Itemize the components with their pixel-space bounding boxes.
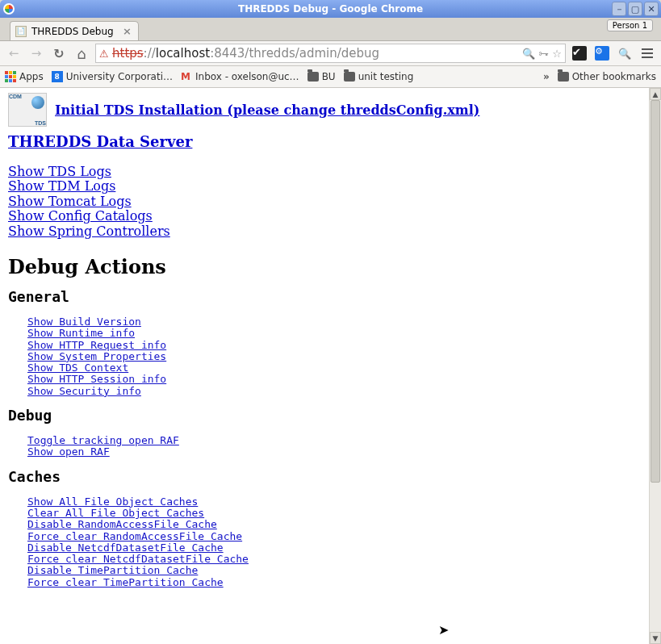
page-viewport: CDM TDS Initial TDS Installation (please… bbox=[0, 88, 661, 644]
forward-button[interactable]: → bbox=[27, 44, 45, 62]
general-link[interactable]: Show HTTP Session info bbox=[27, 374, 166, 385]
key-icon[interactable]: 🗝 bbox=[538, 48, 549, 60]
insecure-icon: ⚠ bbox=[99, 48, 111, 59]
window-minimize-button[interactable]: － bbox=[612, 2, 626, 16]
bookmark-unittesting-label: unit testing bbox=[358, 71, 414, 82]
caches-link[interactable]: Force clear RandomAccessFile Cache bbox=[27, 531, 242, 542]
reload-icon bbox=[53, 46, 64, 61]
profile-chip[interactable]: Person 1 bbox=[607, 19, 653, 31]
scroll-thumb[interactable] bbox=[651, 100, 660, 483]
url-sep: :// bbox=[144, 46, 156, 61]
general-link[interactable]: Show Build Version bbox=[27, 316, 141, 328]
scroll-up-button[interactable]: ▲ bbox=[650, 88, 661, 100]
chrome-icon bbox=[3, 3, 15, 15]
install-link[interactable]: Initial TDS Installation (please change … bbox=[55, 102, 479, 118]
window-titlebar: THREDDS Debug - Google Chrome － ▢ ✕ bbox=[0, 0, 661, 18]
general-link[interactable]: Show System Properties bbox=[27, 351, 166, 362]
section-debug-heading: Debug bbox=[8, 407, 641, 424]
scroll-down-button[interactable]: ▼ bbox=[650, 632, 661, 644]
tab-strip: 📄 THREDDS Debug × Person 1 bbox=[0, 18, 661, 41]
home-icon bbox=[77, 45, 86, 62]
magnify-icon bbox=[618, 48, 631, 60]
folder-icon bbox=[558, 72, 569, 82]
url-path: /thredds/admin/debug bbox=[245, 46, 379, 61]
tds-home-link[interactable]: THREDDS Data Server bbox=[8, 133, 192, 150]
apps-grid-icon bbox=[5, 71, 16, 82]
general-link[interactable]: Show Security info bbox=[27, 386, 141, 397]
tab-favicon: 📄 bbox=[15, 26, 27, 37]
general-links-list: Show Build VersionShow Runtime infoShow … bbox=[27, 316, 641, 397]
caches-links-list: Show All File Object CachesClear All Fil… bbox=[27, 496, 641, 588]
url-port: :8443 bbox=[210, 46, 245, 61]
gmail-icon bbox=[181, 71, 192, 82]
zoom-button[interactable] bbox=[616, 44, 634, 62]
scroll-track[interactable] bbox=[650, 100, 661, 632]
top-link[interactable]: Show Tomcat Logs bbox=[8, 194, 132, 209]
menu-button[interactable] bbox=[638, 44, 656, 62]
home-button[interactable] bbox=[73, 44, 90, 62]
bookmark-bu[interactable]: BU bbox=[307, 71, 336, 82]
debug-link[interactable]: Toggle tracking open RAF bbox=[27, 435, 179, 446]
top-link[interactable]: Show Spring Controllers bbox=[8, 224, 170, 239]
back-button[interactable]: ← bbox=[5, 44, 23, 62]
bookmark-inbox-label: Inbox - oxelson@uc… bbox=[195, 71, 299, 82]
general-link[interactable]: Show Runtime info bbox=[27, 328, 135, 339]
browser-toolbar: ← → ⚠ https://localhost:8443/thredds/adm… bbox=[0, 41, 661, 66]
address-bar[interactable]: ⚠ https://localhost:8443/thredds/admin/d… bbox=[95, 44, 566, 63]
top-link[interactable]: Show Config Catalogs bbox=[8, 209, 153, 224]
bookmark-inbox[interactable]: Inbox - oxelson@uc… bbox=[181, 71, 299, 82]
bookmark-star-icon[interactable]: ☆ bbox=[552, 48, 562, 60]
window-title: THREDDS Debug - Google Chrome bbox=[0, 3, 661, 15]
bookmark-apps[interactable]: Apps bbox=[5, 71, 44, 82]
folder-icon bbox=[307, 72, 319, 82]
tab-title: THREDDS Debug bbox=[31, 26, 114, 37]
section-caches-heading: Caches bbox=[8, 468, 641, 485]
caches-link[interactable]: Force clear TimePartition Cache bbox=[27, 577, 224, 588]
caches-link[interactable]: Disable TimePartition Cache bbox=[27, 565, 198, 576]
reload-button[interactable] bbox=[50, 44, 68, 62]
debug-links-list: Toggle tracking open RAFShow open RAF bbox=[27, 435, 641, 458]
debug-link[interactable]: Show open RAF bbox=[27, 446, 110, 458]
bookmark-university[interactable]: 8 University Corporati… bbox=[52, 71, 173, 82]
bookmark-bu-label: BU bbox=[322, 71, 336, 82]
window-close-button[interactable]: ✕ bbox=[644, 2, 659, 16]
folder-icon bbox=[344, 72, 355, 82]
tab-close-button[interactable]: × bbox=[123, 25, 132, 37]
bookmark-other[interactable]: Other bookmarks bbox=[558, 71, 656, 82]
search-icon[interactable]: 🔍 bbox=[522, 48, 535, 60]
thredds-logo: CDM TDS bbox=[8, 93, 47, 127]
hamburger-icon bbox=[642, 48, 653, 58]
top-link[interactable]: Show TDM Logs bbox=[8, 179, 115, 194]
bookmark-apps-label: Apps bbox=[19, 71, 44, 82]
url-host: localhost bbox=[156, 46, 210, 61]
general-link[interactable]: Show TDS Context bbox=[27, 362, 128, 374]
badge-icon: 8 bbox=[52, 71, 63, 82]
gear-ext-icon: ⚙ bbox=[595, 46, 609, 61]
checkmark-ext-icon: ✔ bbox=[572, 46, 587, 61]
url-scheme: https bbox=[112, 46, 144, 61]
caches-link[interactable]: Clear All File Object Caches bbox=[27, 508, 204, 519]
extension-2[interactable]: ⚙ bbox=[593, 44, 611, 62]
caches-link[interactable]: Force clear NetcdfDatasetFile Cache bbox=[27, 554, 249, 565]
bookmark-university-label: University Corporati… bbox=[66, 71, 173, 82]
caches-link[interactable]: Disable RandomAccessFile Cache bbox=[27, 519, 217, 530]
bookmark-other-label: Other bookmarks bbox=[572, 71, 656, 82]
top-links-list: Show TDS LogsShow TDM LogsShow Tomcat Lo… bbox=[8, 165, 641, 239]
caches-link[interactable]: Show All File Object Caches bbox=[27, 496, 198, 508]
page-body[interactable]: CDM TDS Initial TDS Installation (please… bbox=[0, 88, 649, 644]
extension-1[interactable]: ✔ bbox=[571, 44, 588, 62]
debug-actions-heading: Debug Actions bbox=[8, 255, 641, 278]
bookmarks-bar: Apps 8 University Corporati… Inbox - oxe… bbox=[0, 66, 661, 88]
scrollbar[interactable]: ▲ ▼ bbox=[649, 88, 661, 644]
bookmark-unittesting[interactable]: unit testing bbox=[344, 71, 414, 82]
top-link[interactable]: Show TDS Logs bbox=[8, 165, 111, 179]
browser-tab[interactable]: 📄 THREDDS Debug × bbox=[10, 21, 139, 40]
bookmarks-overflow[interactable]: » bbox=[543, 71, 550, 82]
section-general-heading: General bbox=[8, 288, 641, 305]
caches-link[interactable]: Disable NetcdfDatasetFile Cache bbox=[27, 542, 224, 554]
window-maximize-button[interactable]: ▢ bbox=[628, 2, 642, 16]
general-link[interactable]: Show HTTP Request info bbox=[27, 340, 166, 351]
